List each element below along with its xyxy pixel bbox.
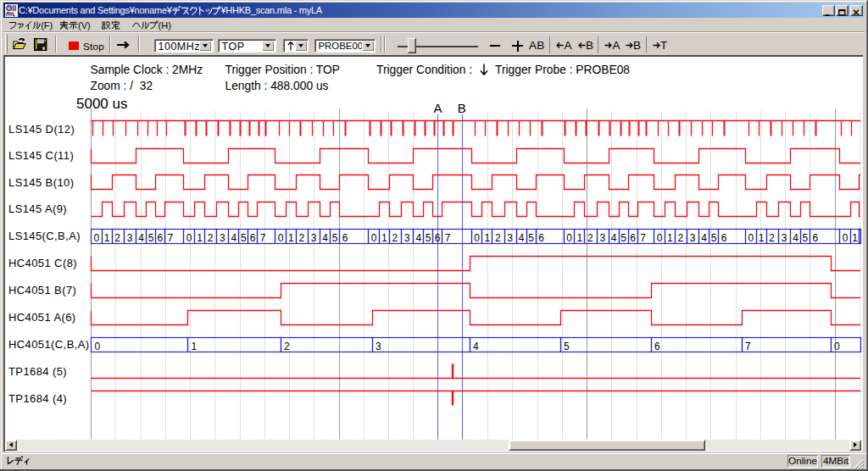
svg-text:1: 1 [852,232,858,244]
svg-text:TP1684 (4): TP1684 (4) [8,392,67,405]
svg-text:7: 7 [168,232,174,244]
svg-text:4: 4 [519,232,525,244]
svg-text:2: 2 [114,232,120,244]
svg-text:5: 5 [528,232,534,244]
svg-text:1: 1 [104,232,110,244]
svg-text:5: 5 [803,232,809,244]
svg-text:3: 3 [782,232,787,244]
svg-text:HC4051 A(6): HC4051 A(6) [8,311,76,324]
svg-text:5: 5 [564,341,570,352]
svg-text:HC4051(C,B,A): HC4051(C,B,A) [8,338,90,351]
svg-text:2: 2 [587,232,593,244]
svg-text:LS145 B(10): LS145 B(10) [8,176,74,189]
svg-text:2: 2 [284,341,290,352]
svg-text:5: 5 [711,232,717,244]
svg-text:0: 0 [371,232,377,244]
svg-text:5: 5 [620,232,626,244]
svg-text:0: 0 [657,232,663,244]
svg-text:4: 4 [793,232,798,244]
svg-text:3: 3 [376,341,381,352]
svg-text:4: 4 [138,232,144,244]
svg-text:4: 4 [611,232,617,244]
svg-text:2: 2 [392,232,398,244]
svg-text:7: 7 [640,232,646,244]
svg-text:1: 1 [381,232,387,244]
svg-text:4: 4 [231,232,237,244]
svg-text:2: 2 [208,232,214,244]
svg-text:7: 7 [445,232,451,244]
svg-text:4: 4 [473,341,479,352]
svg-text:B: B [458,101,466,115]
svg-text:2: 2 [495,232,501,244]
svg-text:0: 0 [186,232,192,244]
svg-text:1: 1 [288,232,294,244]
svg-text:6: 6 [158,232,164,244]
svg-text:LS145 D(12): LS145 D(12) [8,123,75,136]
svg-text:1: 1 [192,341,198,352]
svg-text:2: 2 [769,232,775,244]
svg-text:5: 5 [148,232,154,244]
svg-text:0: 0 [843,232,849,244]
svg-text:6: 6 [630,232,636,244]
svg-text:3: 3 [404,232,410,244]
svg-text:6: 6 [812,232,818,244]
svg-text:3: 3 [311,232,317,244]
svg-text:3: 3 [127,232,133,244]
svg-text:1: 1 [484,232,490,244]
svg-text:4: 4 [415,232,421,244]
svg-text:5: 5 [426,232,431,244]
svg-text:7: 7 [745,341,751,352]
svg-text:1: 1 [667,232,673,244]
svg-text:0: 0 [748,232,754,244]
svg-text:3: 3 [599,232,605,244]
svg-text:6: 6 [538,232,544,244]
svg-text:HC4051 C(8): HC4051 C(8) [8,257,77,269]
svg-text:6: 6 [435,232,441,244]
svg-text:5: 5 [332,232,338,244]
svg-text:2: 2 [677,232,683,244]
svg-text:0: 0 [95,341,101,352]
svg-text:5000 us: 5000 us [76,96,128,112]
svg-text:1: 1 [197,232,203,244]
svg-text:0: 0 [93,232,99,244]
svg-text:4: 4 [701,232,707,244]
svg-text:5: 5 [241,232,247,244]
svg-text:0: 0 [566,232,572,244]
svg-text:1: 1 [577,232,583,244]
svg-text:TP1684 (5): TP1684 (5) [8,365,67,378]
svg-text:6: 6 [250,232,256,244]
svg-text:7: 7 [260,232,266,244]
svg-text:HC4051 B(7): HC4051 B(7) [8,284,76,296]
svg-text:4: 4 [322,232,328,244]
svg-text:LS145(C,B,A): LS145(C,B,A) [8,230,81,242]
svg-text:0: 0 [834,341,840,352]
svg-text:LS145 A(9): LS145 A(9) [8,202,67,215]
svg-text:3: 3 [507,232,513,244]
svg-text:2: 2 [298,232,304,244]
svg-text:0: 0 [278,232,284,244]
svg-text:LS145 C(11): LS145 C(11) [8,149,74,162]
svg-text:6: 6 [721,232,727,244]
svg-text:1: 1 [759,232,765,244]
svg-text:A: A [434,101,442,115]
svg-text:6: 6 [654,341,660,352]
svg-text:0: 0 [474,232,480,244]
svg-text:3: 3 [690,232,696,244]
svg-text:6: 6 [342,232,348,244]
svg-text:3: 3 [220,232,225,244]
